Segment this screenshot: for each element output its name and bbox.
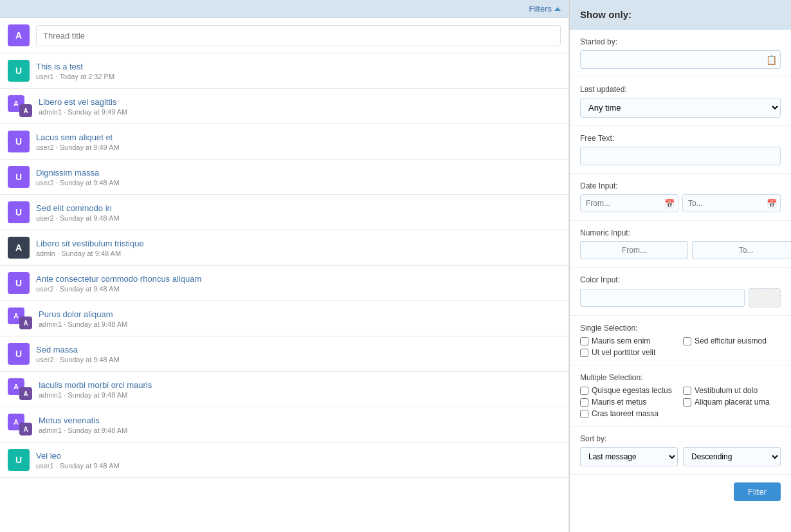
multiple-checkbox[interactable]	[580, 398, 588, 407]
thread-avatar: U	[8, 343, 30, 365]
single-selection-section: Single Selection: Mauris sem enim Sed ef…	[570, 316, 791, 365]
color-swatch-input[interactable]	[749, 288, 781, 307]
date-to-wrapper: 📅	[682, 194, 781, 212]
thread-content: Dignissim massa user2 · Sunday at 9:48 A…	[36, 168, 561, 187]
filter-panel: Show only: Started by: 📋 Last updated: A…	[569, 0, 791, 532]
avatar-secondary: A	[19, 316, 32, 329]
thread-title: Lacus sem aliquet et	[36, 133, 561, 142]
thread-avatar: U	[8, 201, 30, 223]
checkbox-label: Ut vel porttitor velit	[592, 348, 655, 357]
color-input-row	[580, 288, 781, 307]
multiple-selection-item[interactable]: Cras laoreet massa	[580, 409, 678, 418]
thread-title: Libero sit vestibulum tristique	[36, 239, 561, 248]
started-by-contacts-icon[interactable]: 📋	[766, 55, 777, 65]
new-thread-row: A	[0, 18, 568, 53]
thread-avatar: U	[8, 131, 30, 152]
thread-content: Libero sit vestibulum tristique admin · …	[36, 239, 561, 257]
thread-title: Sed elit commodo in	[36, 203, 561, 213]
single-selection-item[interactable]: Sed efficitur euismod	[683, 336, 781, 345]
checkbox-label: Aliquam placerat urna	[695, 398, 770, 407]
new-thread-input[interactable]	[36, 25, 561, 46]
thread-row[interactable]: A A Metus venenatis admin1 · Sunday at 9…	[0, 407, 568, 443]
thread-avatar: A A	[8, 307, 32, 329]
thread-row[interactable]: A A Libero est vel sagittis admin1 · Sun…	[0, 89, 568, 124]
filter-button[interactable]: Filter	[734, 482, 781, 501]
thread-row[interactable]: U This is a test user1 · Today at 2:32 P…	[0, 53, 568, 89]
thread-meta: user2 · Sunday at 9:48 AM	[36, 356, 561, 363]
free-text-section: Free Text:	[570, 126, 791, 174]
multiple-selection-grid: Quisque egestas lectus Vestibulum ut dol…	[580, 386, 781, 418]
multiple-selection-item[interactable]: Quisque egestas lectus	[580, 386, 678, 395]
single-checkbox[interactable]	[683, 337, 691, 345]
date-from-calendar-icon[interactable]: 📅	[664, 199, 675, 208]
thread-row[interactable]: U Vel leo user1 · Sunday at 9:48 AM	[0, 443, 568, 478]
thread-avatar: U	[8, 166, 30, 188]
thread-row[interactable]: U Sed elit commodo in user2 · Sunday at …	[0, 195, 568, 230]
thread-content: Iaculis morbi morbi orci mauris admin1 ·…	[39, 380, 561, 399]
last-updated-select[interactable]: Any timeTodayThis weekThis month	[580, 98, 781, 118]
filters-bar: Filters	[0, 0, 568, 18]
multiple-selection-label: Multiple Selection:	[580, 373, 781, 382]
thread-content: Metus venenatis admin1 · Sunday at 9:48 …	[39, 416, 561, 434]
thread-row[interactable]: A A Iaculis morbi morbi orci mauris admi…	[0, 372, 568, 407]
thread-row[interactable]: A Libero sit vestibulum tristique admin …	[0, 230, 568, 266]
multiple-selection-section: Multiple Selection: Quisque egestas lect…	[570, 365, 791, 427]
thread-avatar: A	[8, 237, 30, 259]
numeric-input-section: Numeric Input:	[570, 221, 791, 268]
numeric-to-input[interactable]	[692, 241, 791, 259]
main-container: Filters A U This is a test user1 · Today…	[0, 0, 791, 532]
thread-row[interactable]: U Lacus sem aliquet et user2 · Sunday at…	[0, 124, 568, 160]
thread-title: Libero est vel sagittis	[39, 97, 561, 107]
checkbox-label: Cras laoreet massa	[592, 409, 659, 418]
free-text-label: Free Text:	[580, 134, 781, 143]
single-selection-item[interactable]: Ut vel porttitor velit	[580, 348, 678, 357]
sort-order-select[interactable]: DescendingAscending	[683, 447, 781, 466]
started-by-input[interactable]	[580, 50, 781, 69]
multiple-checkbox[interactable]	[683, 398, 691, 407]
thread-content: Lacus sem aliquet et user2 · Sunday at 9…	[36, 133, 561, 151]
thread-avatar: U	[8, 449, 30, 471]
filters-button[interactable]: Filters	[529, 4, 561, 14]
thread-row[interactable]: U Ante consectetur commodo rhoncus aliqu…	[0, 266, 568, 301]
last-updated-label: Last updated:	[580, 85, 781, 94]
thread-title: This is a test	[36, 62, 561, 71]
thread-meta: admin1 · Sunday at 9:48 AM	[39, 320, 561, 328]
started-by-section: Started by: 📋	[570, 30, 791, 77]
color-input-section: Color Input:	[570, 268, 791, 316]
date-input-label: Date Input:	[580, 181, 781, 190]
date-range: 📅 📅	[580, 194, 781, 212]
multiple-checkbox[interactable]	[580, 410, 588, 418]
new-thread-avatar: A	[8, 24, 30, 46]
new-thread-avatar-letter: A	[15, 30, 22, 41]
multiple-selection-item[interactable]: Mauris et metus	[580, 398, 678, 407]
color-input-label: Color Input:	[580, 275, 781, 284]
single-selection-item[interactable]: Mauris sem enim	[580, 336, 678, 345]
thread-meta: user1 · Today at 2:32 PM	[36, 73, 561, 80]
started-by-label: Started by:	[580, 37, 781, 46]
started-by-wrapper: 📋	[580, 50, 781, 69]
thread-row[interactable]: U Dignissim massa user2 · Sunday at 9:48…	[0, 160, 568, 195]
color-text-input[interactable]	[580, 289, 745, 307]
date-to-calendar-icon[interactable]: 📅	[767, 199, 777, 208]
thread-content: Vel leo user1 · Sunday at 9:48 AM	[36, 451, 561, 470]
checkbox-label: Quisque egestas lectus	[592, 386, 672, 395]
last-updated-section: Last updated: Any timeTodayThis weekThis…	[570, 77, 791, 126]
thread-row[interactable]: A A Purus dolor aliquam admin1 · Sunday …	[0, 301, 568, 336]
multiple-selection-item[interactable]: Vestibulum ut dolo	[683, 386, 781, 395]
thread-avatar: A A	[8, 414, 32, 436]
thread-content: Ante consectetur commodo rhoncus aliquam…	[36, 274, 561, 293]
sort-field-select[interactable]: Last messageDate createdTitle	[580, 447, 678, 466]
multiple-selection-item[interactable]: Aliquam placerat urna	[683, 398, 781, 407]
numeric-from-input[interactable]	[580, 241, 688, 259]
thread-avatar: U	[8, 60, 30, 82]
multiple-checkbox[interactable]	[683, 387, 691, 395]
thread-meta: user2 · Sunday at 9:49 AM	[36, 143, 561, 151]
thread-meta: admin1 · Sunday at 9:48 AM	[39, 391, 561, 399]
date-input-section: Date Input: 📅 📅	[570, 174, 791, 221]
filters-label: Filters	[529, 4, 552, 14]
thread-row[interactable]: U Sed massa user2 · Sunday at 9:48 AM	[0, 336, 568, 372]
free-text-input[interactable]	[580, 147, 781, 165]
multiple-checkbox[interactable]	[580, 387, 588, 395]
single-checkbox[interactable]	[580, 349, 588, 357]
single-checkbox[interactable]	[580, 337, 588, 345]
